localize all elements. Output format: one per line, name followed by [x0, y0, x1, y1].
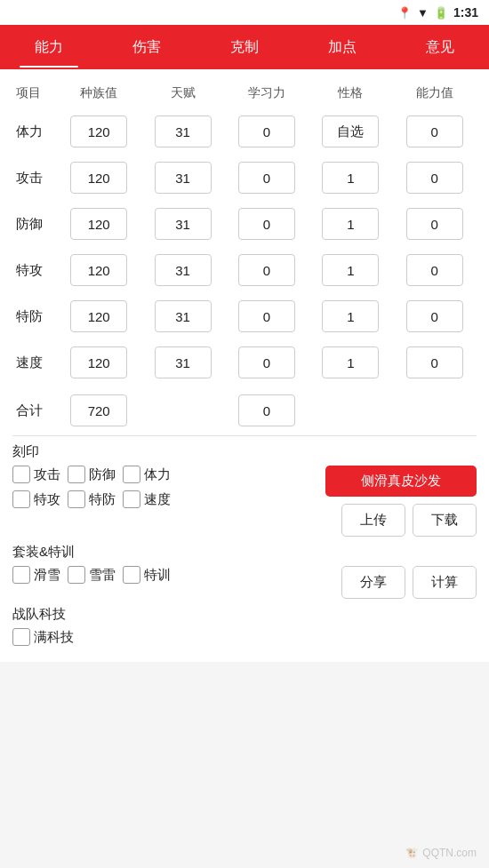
- suit-and-buttons: 滑雪 雪雷 特训 分享 计算: [12, 566, 477, 599]
- row-base-0[interactable]: [57, 108, 140, 155]
- row-label-2: 防御: [12, 201, 57, 247]
- stamp-spdef[interactable]: 特防: [68, 490, 116, 508]
- row-personality-0[interactable]: [309, 108, 392, 155]
- upload-download-row: 上传 下载: [325, 504, 477, 537]
- checkbox-hp[interactable]: [123, 466, 140, 483]
- stats-table: 项目 种族值 天赋 学习力 性格 能力值 体力 攻击 防御 特攻: [12, 78, 477, 430]
- table-row: 特攻: [12, 247, 477, 293]
- suit-section-label: 套装&特训: [12, 544, 477, 561]
- suit-snow[interactable]: 滑雪: [12, 566, 60, 584]
- row-talent-2[interactable]: [140, 201, 224, 247]
- row-base-4[interactable]: [57, 293, 140, 339]
- table-row: 防御: [12, 201, 477, 247]
- stamp-and-buttons: 攻击 防御 体力 特攻 特防: [12, 466, 477, 537]
- tab-addpoints[interactable]: 加点: [293, 25, 391, 69]
- col-talent: 天赋: [140, 78, 224, 108]
- footer-logo: 🐮: [405, 847, 419, 859]
- status-bar: 📍 ▼ 🔋 1:31: [0, 0, 489, 25]
- stamp-right: 侧滑真皮沙发 上传 下载: [325, 466, 477, 537]
- status-time: 1:31: [453, 5, 478, 20]
- row-base-3[interactable]: [57, 247, 140, 293]
- wifi-icon: ▼: [417, 6, 429, 20]
- main-content: 项目 种族值 天赋 学习力 性格 能力值 体力 攻击 防御 特攻: [0, 69, 489, 662]
- row-base-1[interactable]: [57, 155, 140, 201]
- upload-button[interactable]: 上传: [341, 504, 405, 537]
- row-learning-3[interactable]: [225, 247, 309, 293]
- table-row: 速度: [12, 339, 477, 386]
- col-base: 种族值: [57, 78, 140, 108]
- divider-1: [12, 435, 477, 436]
- suit-special-train[interactable]: 特训: [123, 566, 171, 584]
- checkbox-full-tech[interactable]: [12, 628, 30, 646]
- row-learning-4[interactable]: [225, 293, 309, 339]
- checkbox-defense[interactable]: [68, 466, 85, 483]
- total-label: 合计: [12, 386, 57, 430]
- checkbox-special-train[interactable]: [123, 566, 140, 584]
- share-button[interactable]: 分享: [341, 566, 405, 599]
- table-row: 攻击: [12, 155, 477, 201]
- total-value[interactable]: [57, 386, 140, 430]
- slide-sofa-button[interactable]: 侧滑真皮沙发: [325, 466, 477, 497]
- row-label-3: 特攻: [12, 247, 57, 293]
- row-ability-5[interactable]: [393, 339, 477, 386]
- row-personality-1[interactable]: [309, 155, 392, 201]
- suit-row-1: 滑雪 雪雷 特训: [12, 566, 318, 584]
- full-tech[interactable]: 满科技: [12, 628, 74, 646]
- tab-opinion[interactable]: 意见: [391, 25, 489, 69]
- row-personality-5[interactable]: [309, 339, 392, 386]
- row-learning-0[interactable]: [225, 108, 309, 155]
- row-talent-0[interactable]: [140, 108, 224, 155]
- footer: 🐮 QQTN.com: [405, 847, 477, 859]
- suit-thunder[interactable]: 雪雷: [68, 566, 116, 584]
- col-learning: 学习力: [225, 78, 309, 108]
- row-talent-5[interactable]: [140, 339, 224, 386]
- stamp-speed[interactable]: 速度: [123, 490, 171, 508]
- row-label-4: 特防: [12, 293, 57, 339]
- row-personality-3[interactable]: [309, 247, 392, 293]
- row-label-5: 速度: [12, 339, 57, 386]
- row-label-0: 体力: [12, 108, 57, 155]
- row-talent-1[interactable]: [140, 155, 224, 201]
- team-tech-row: 满科技: [12, 628, 477, 646]
- stamp-spatk[interactable]: 特攻: [12, 490, 60, 508]
- total-learning[interactable]: [225, 386, 309, 430]
- checkbox-thunder[interactable]: [68, 566, 85, 584]
- suit-right: 分享 计算: [325, 566, 477, 599]
- stamp-attack[interactable]: 攻击: [12, 466, 60, 483]
- checkbox-attack[interactable]: [12, 466, 30, 483]
- row-learning-2[interactable]: [225, 201, 309, 247]
- row-ability-1[interactable]: [393, 155, 477, 201]
- row-base-5[interactable]: [57, 339, 140, 386]
- row-ability-3[interactable]: [393, 247, 477, 293]
- download-button[interactable]: 下载: [413, 504, 477, 537]
- stamp-hp[interactable]: 体力: [123, 466, 171, 483]
- location-icon: 📍: [397, 6, 412, 20]
- col-ability: 能力值: [393, 78, 477, 108]
- suit-left: 滑雪 雪雷 特训: [12, 566, 318, 591]
- row-ability-2[interactable]: [393, 201, 477, 247]
- row-talent-3[interactable]: [140, 247, 224, 293]
- col-item: 项目: [12, 78, 57, 108]
- checkbox-speed[interactable]: [123, 490, 140, 508]
- tab-damage[interactable]: 伤害: [98, 25, 196, 69]
- checkbox-spatk[interactable]: [12, 490, 30, 508]
- row-base-2[interactable]: [57, 201, 140, 247]
- tab-ability[interactable]: 能力: [0, 25, 98, 69]
- row-personality-4[interactable]: [309, 293, 392, 339]
- row-ability-0[interactable]: [393, 108, 477, 155]
- checkbox-snow[interactable]: [12, 566, 30, 584]
- total-row: 合计: [12, 386, 477, 430]
- checkbox-spdef[interactable]: [68, 490, 85, 508]
- row-talent-4[interactable]: [140, 293, 224, 339]
- row-personality-2[interactable]: [309, 201, 392, 247]
- stamp-defense[interactable]: 防御: [68, 466, 116, 483]
- table-row: 特防: [12, 293, 477, 339]
- tab-counter[interactable]: 克制: [196, 25, 293, 69]
- tab-bar: 能力 伤害 克制 加点 意见: [0, 25, 489, 69]
- calc-button[interactable]: 计算: [413, 566, 477, 599]
- row-learning-1[interactable]: [225, 155, 309, 201]
- row-learning-5[interactable]: [225, 339, 309, 386]
- stamp-row-1: 攻击 防御 体力: [12, 466, 318, 483]
- stamp-left: 攻击 防御 体力 特攻 特防: [12, 466, 318, 515]
- row-ability-4[interactable]: [393, 293, 477, 339]
